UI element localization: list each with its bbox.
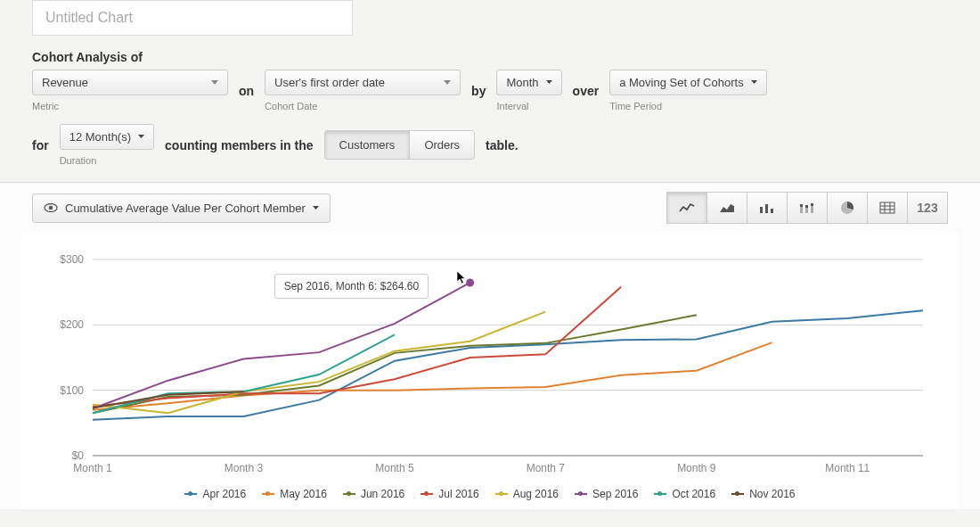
for-word: for (32, 138, 49, 152)
caret-down-icon (546, 80, 552, 85)
cohort-analysis-label: Cohort Analysis of (32, 50, 948, 64)
svg-point-32 (466, 278, 474, 286)
line-chart-icon[interactable] (666, 192, 707, 224)
by-word: by (471, 84, 486, 98)
svg-text:$300: $300 (60, 253, 84, 266)
chevron-down-icon (444, 80, 451, 86)
svg-text:$200: $200 (60, 318, 84, 331)
chart-legend: Apr 2016May 2016Jun 2016Jul 2016Aug 2016… (39, 482, 941, 500)
legend-label: Jun 2016 (361, 488, 404, 500)
svg-text:$0: $0 (72, 449, 85, 462)
legend-swatch (575, 493, 587, 495)
svg-text:Month 5: Month 5 (375, 462, 414, 474)
svg-text:$100: $100 (60, 384, 84, 397)
svg-rect-8 (805, 205, 808, 208)
legend-item[interactable]: May 2016 (262, 488, 327, 500)
svg-text:Month 7: Month 7 (527, 462, 566, 474)
legend-label: Nov 2016 (749, 488, 795, 500)
svg-text:Month 11: Month 11 (825, 462, 870, 474)
time-period-sublabel: Time Period (609, 101, 766, 111)
interval-dropdown[interactable]: Month (496, 70, 561, 95)
eye-icon (44, 202, 58, 215)
legend-item[interactable]: Oct 2016 (654, 488, 715, 500)
metric-sublabel: Metric (32, 101, 228, 111)
chart-metric-dropdown[interactable]: Cumulative Average Value Per Cohort Memb… (32, 194, 331, 223)
legend-label: May 2016 (280, 488, 327, 500)
cohort-date-value: User's first order date (274, 76, 385, 89)
chart-type-toolbar: 123 (667, 192, 948, 224)
legend-swatch (184, 493, 197, 495)
legend-item[interactable]: Jul 2016 (421, 488, 478, 500)
legend-label: Oct 2016 (672, 488, 715, 500)
legend-label: Jul 2016 (438, 488, 478, 500)
interval-sublabel: Interval (496, 101, 561, 111)
cohort-date-sublabel: Cohort Date (265, 101, 461, 111)
svg-text:Month 9: Month 9 (677, 462, 716, 474)
table-segment: Customers Orders (324, 130, 476, 160)
area-chart-icon[interactable] (706, 192, 747, 224)
svg-rect-12 (880, 202, 894, 213)
svg-rect-4 (771, 209, 773, 213)
chevron-down-icon (211, 80, 218, 86)
legend-swatch (731, 493, 744, 495)
chart-title-input[interactable] (32, 0, 353, 36)
legend-swatch (262, 493, 274, 495)
time-period-dropdown[interactable]: a Moving Set of Cohorts (609, 70, 766, 95)
legend-swatch (421, 493, 433, 495)
metric-dropdown[interactable]: Revenue (32, 70, 228, 95)
orders-segment-button[interactable]: Orders (410, 131, 474, 159)
counting-label: counting members in the (165, 138, 313, 152)
number-view-button[interactable]: 123 (907, 192, 948, 224)
legend-item[interactable]: Apr 2016 (184, 488, 246, 500)
legend-swatch (654, 493, 666, 495)
svg-rect-6 (800, 204, 803, 207)
legend-label: Apr 2016 (202, 488, 246, 500)
cohort-line-chart: $0$100$200$300Month 1Month 3Month 5Month… (39, 251, 941, 482)
legend-label: Aug 2016 (513, 488, 559, 500)
cohort-date-dropdown[interactable]: User's first order date (265, 70, 461, 95)
svg-text:Month 1: Month 1 (73, 462, 112, 474)
over-word: over (573, 84, 600, 98)
duration-dropdown[interactable]: 12 Month(s) (60, 124, 154, 150)
svg-point-1 (49, 205, 53, 210)
svg-rect-9 (811, 206, 813, 213)
interval-value: Month (506, 76, 538, 89)
on-word: on (239, 84, 254, 98)
legend-swatch (495, 493, 508, 495)
caret-down-icon (751, 80, 757, 85)
duration-value: 12 Month(s) (69, 130, 131, 144)
stacked-bar-chart-icon[interactable] (787, 192, 828, 224)
svg-rect-10 (811, 203, 813, 206)
svg-rect-3 (765, 204, 768, 213)
bar-chart-icon[interactable] (747, 192, 788, 224)
time-period-value: a Moving Set of Cohorts (619, 76, 743, 89)
svg-rect-2 (760, 207, 763, 213)
legend-item[interactable]: Jun 2016 (343, 488, 404, 500)
metric-value: Revenue (42, 76, 88, 89)
svg-text:Month 3: Month 3 (225, 462, 264, 474)
legend-item[interactable]: Nov 2016 (731, 488, 795, 500)
legend-label: Sep 2016 (592, 488, 638, 500)
table-word: table. (486, 138, 519, 152)
legend-item[interactable]: Sep 2016 (575, 488, 638, 500)
legend-swatch (343, 493, 355, 495)
caret-down-icon (138, 135, 144, 139)
caret-down-icon (313, 206, 319, 210)
pie-chart-icon[interactable] (827, 192, 868, 224)
chart-tooltip: Sep 2016, Month 6: $264.60 (274, 274, 429, 299)
table-icon[interactable] (867, 192, 908, 224)
chart-metric-value: Cumulative Average Value Per Cohort Memb… (65, 202, 306, 215)
customers-segment-button[interactable]: Customers (325, 131, 411, 159)
svg-rect-7 (805, 208, 808, 213)
legend-item[interactable]: Aug 2016 (495, 488, 559, 500)
duration-sublabel: Duration (60, 155, 154, 166)
svg-rect-5 (800, 207, 803, 213)
